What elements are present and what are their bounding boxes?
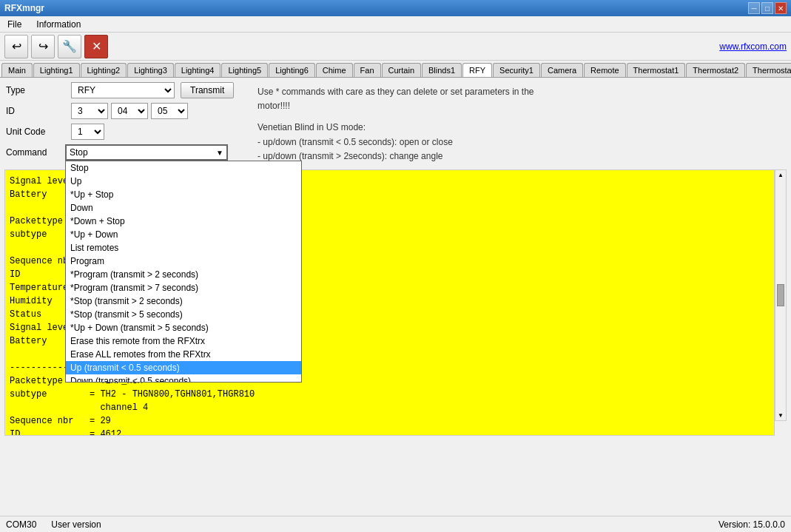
tab-lighting6[interactable]: Lighting6 <box>269 63 315 77</box>
forward-button[interactable]: ↪ <box>31 35 55 58</box>
dropdown-item-up[interactable]: Up <box>66 175 301 188</box>
scrollbar[interactable]: ▲ ▼ <box>775 169 787 421</box>
dropdown-item-stop-2s[interactable]: *Stop (transmit > 2 seconds) <box>66 294 301 308</box>
tab-lighting2[interactable]: Lighting2 <box>81 63 127 77</box>
command-row: Command Stop ▼ Stop Up *Up + Stop Down *… <box>6 144 785 161</box>
tab-camera[interactable]: Camera <box>541 63 583 77</box>
transmit-button[interactable]: Transmit <box>181 82 234 98</box>
dropdown-item-program-2s[interactable]: *Program (transmit > 2 seconds) <box>66 268 301 281</box>
tab-lighting3[interactable]: Lighting3 <box>127 63 174 77</box>
menu-file[interactable]: File <box>3 18 26 31</box>
statusbar: COM30 User version Version: 15.0.0.0 <box>0 516 791 532</box>
tab-thermostat1[interactable]: Thermostat1 <box>627 63 686 77</box>
id-select-3[interactable]: 05 <box>151 103 188 119</box>
toolbar: ↩ ↪ 🔧 ✕ www.rfxcom.com <box>0 33 791 61</box>
close-button[interactable]: ✕ <box>775 2 787 14</box>
info-warning: Use * commands with care as they can del… <box>258 85 568 113</box>
dropdown-item-erase-all[interactable]: Erase ALL remotes from the RFXtrx <box>66 348 301 361</box>
scroll-thumb[interactable] <box>777 284 784 306</box>
id-select-2[interactable]: 04 <box>111 103 148 119</box>
maximize-button[interactable]: □ <box>761 2 773 14</box>
window-controls: ─ □ ✕ <box>748 2 787 14</box>
info-venetian-us-line2: - up/down (transmit > 2seconds): change … <box>258 149 568 164</box>
command-selected-value: Stop <box>70 147 88 158</box>
info-venetian-us-title: Venetian Blind in US mode: <box>258 121 568 135</box>
command-dropdown-container: Stop ▼ Stop Up *Up + Stop Down *Down + S… <box>65 144 228 161</box>
id-label: ID <box>6 106 65 116</box>
id-controls: 3 04 05 <box>71 103 188 119</box>
form-section: Type RFY Transmit ID 3 04 05 U <box>0 78 791 169</box>
dropdown-item-stop[interactable]: Stop <box>66 161 301 175</box>
menu-information[interactable]: Information <box>32 18 85 31</box>
dropdown-arrow-icon: ▼ <box>216 149 223 157</box>
dropdown-item-up-down-5s[interactable]: *Up + Down (transmit > 5 seconds) <box>66 321 301 334</box>
command-select-display[interactable]: Stop ▼ <box>65 144 228 161</box>
command-dropdown-list: Stop Up *Up + Stop Down *Down + Stop *Up… <box>65 161 302 383</box>
tab-remote[interactable]: Remote <box>584 63 626 77</box>
command-label: Command <box>6 144 65 158</box>
port-status: COM30 <box>6 519 36 530</box>
dropdown-item-program[interactable]: Program <box>66 255 301 268</box>
tabs-container: Main Lighting1 Lighting2 Lighting3 Light… <box>0 61 791 78</box>
dropdown-item-down-stop[interactable]: *Down + Stop <box>66 215 301 228</box>
unit-code-select[interactable]: 1 <box>71 124 104 140</box>
titlebar: RFXmngr ─ □ ✕ <box>0 0 791 16</box>
id-select-1[interactable]: 3 <box>71 103 108 119</box>
dropdown-item-up-05s[interactable]: Up (transmit < 0.5 seconds) <box>66 361 301 374</box>
dropdown-item-program-7s[interactable]: *Program (transmit > 7 seconds) <box>66 281 301 294</box>
tab-lighting5[interactable]: Lighting5 <box>221 63 268 77</box>
type-label: Type <box>6 85 65 95</box>
scroll-up-icon[interactable]: ▲ <box>778 172 784 178</box>
tab-fan[interactable]: Fan <box>354 63 381 77</box>
unit-code-label: Unit Code <box>6 127 65 137</box>
tab-thermostat3[interactable]: Thermostat3 <box>746 63 791 77</box>
stop-button[interactable]: ✕ <box>84 35 108 58</box>
app-title: RFXmngr <box>4 3 44 13</box>
back-button[interactable]: ↩ <box>4 35 28 58</box>
dropdown-item-down-05s[interactable]: Down (transmit < 0.5 seconds) <box>66 374 301 383</box>
tab-curtain[interactable]: Curtain <box>382 63 421 77</box>
dropdown-item-up-stop[interactable]: *Up + Stop <box>66 188 301 201</box>
scroll-down-icon[interactable]: ▼ <box>778 412 784 419</box>
menubar: File Information <box>0 16 791 33</box>
dropdown-item-stop-5s[interactable]: *Stop (transmit > 5 seconds) <box>66 308 301 321</box>
dropdown-item-down[interactable]: Down <box>66 201 301 215</box>
tab-main[interactable]: Main <box>1 63 33 77</box>
tab-blinds1[interactable]: Blinds1 <box>422 63 462 77</box>
rfxcom-link[interactable]: www.rfxcom.com <box>719 41 787 52</box>
dropdown-item-list-remotes[interactable]: List remotes <box>66 241 301 255</box>
dropdown-item-erase-remote[interactable]: Erase this remote from the RFXtrx <box>66 334 301 348</box>
tool-button[interactable]: 🔧 <box>58 35 81 58</box>
user-version-label: User version <box>51 519 101 530</box>
type-select[interactable]: RFY <box>71 82 175 98</box>
minimize-button[interactable]: ─ <box>748 2 760 14</box>
version-label: Version: 15.0.0.0 <box>718 519 785 530</box>
info-venetian-us-line1: - up/down (transmit < 0.5 seconds): open… <box>258 135 568 149</box>
tab-thermostat2[interactable]: Thermostat2 <box>686 63 745 77</box>
tab-rfy[interactable]: RFY <box>462 63 492 78</box>
dropdown-item-up-down[interactable]: *Up + Down <box>66 228 301 241</box>
tab-lighting1[interactable]: Lighting1 <box>33 63 80 77</box>
tab-lighting4[interactable]: Lighting4 <box>175 63 221 77</box>
tab-security1[interactable]: Security1 <box>493 63 540 77</box>
tab-chime[interactable]: Chime <box>316 63 353 77</box>
